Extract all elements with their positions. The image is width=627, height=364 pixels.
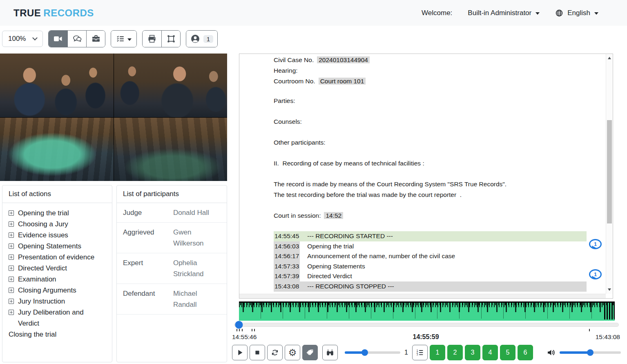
expand-plus-icon[interactable] <box>9 210 14 216</box>
comment-count-bubble[interactable]: 1 <box>589 239 602 249</box>
camera-feed-1 <box>0 54 114 117</box>
log-text: Opening Statements <box>307 263 365 270</box>
expand-plus-icon[interactable] <box>9 255 14 260</box>
volume-slider-fill <box>560 351 590 354</box>
action-item[interactable]: Evidence issues <box>9 230 106 241</box>
expand-plus-icon[interactable] <box>9 288 14 293</box>
scrollbar-thumb[interactable] <box>607 120 612 223</box>
scroll-down-arrow-icon[interactable] <box>608 288 611 291</box>
participants-count-button[interactable]: 1 <box>186 31 217 47</box>
case-field: Hearing: <box>274 65 600 76</box>
log-text: Opening the trial <box>307 243 354 250</box>
volume-slider-thumb[interactable] <box>587 349 594 356</box>
zoom-select[interactable]: 100% <box>2 31 43 47</box>
field-label: Courtroom No. <box>274 78 315 85</box>
participant-row: Aggrieved Gwen Wilkerson <box>117 223 227 253</box>
expand-plus-icon[interactable] <box>9 243 14 249</box>
speed-slider[interactable] <box>345 351 400 354</box>
bookmark-tick <box>589 329 590 331</box>
checklist-dropdown-button[interactable] <box>111 31 136 47</box>
frame-capture-button[interactable] <box>161 31 180 47</box>
scroll-up-arrow-icon[interactable] <box>608 57 611 59</box>
section-button-4[interactable]: 4 <box>482 345 498 360</box>
action-item[interactable]: Closing Arguments <box>9 285 106 296</box>
participant-role: Judge <box>123 207 173 218</box>
action-item-label: Jury Instruction <box>18 296 65 307</box>
log-time: 14:56:03 <box>274 241 300 252</box>
log-row[interactable]: 14:56:17Announcement of the name, number… <box>274 251 587 261</box>
action-item[interactable]: Jury Deliberation and Verdict <box>9 307 106 329</box>
expand-plus-icon[interactable] <box>9 299 14 304</box>
action-item-label: Presentation of evidence <box>18 252 94 263</box>
action-item[interactable]: Directed Verdict <box>9 263 106 274</box>
expand-plus-icon[interactable] <box>9 277 14 282</box>
vertical-scrollbar[interactable] <box>606 54 613 294</box>
section-button-1[interactable]: 1 <box>430 345 445 360</box>
action-item[interactable]: Presentation of evidence <box>9 252 106 263</box>
section-button-3[interactable]: 3 <box>465 345 480 360</box>
binoculars-icon <box>326 348 335 357</box>
section-button-5[interactable]: 5 <box>500 345 515 360</box>
action-item[interactable]: Closing the trial <box>9 329 106 340</box>
log-row[interactable]: 14:57:33Opening Statements <box>274 261 587 272</box>
log-row[interactable]: 14:55:45--- RECORDING STARTED --- <box>274 231 587 241</box>
chat-view-button[interactable] <box>67 31 86 47</box>
video-view-button[interactable] <box>49 31 67 47</box>
log-time: 14:55:45 <box>274 231 300 241</box>
field-value: Court room 101 <box>319 78 366 85</box>
log-text: --- RECORDING STOPPED --- <box>307 283 394 290</box>
current-time: 14:55:59 <box>413 333 439 341</box>
volume-slider[interactable] <box>560 351 621 354</box>
transcript-panel[interactable]: Civil Case No.20240103144904 Hearing: Co… <box>239 54 613 299</box>
globe-icon <box>555 9 563 17</box>
action-item[interactable]: Jury Instruction <box>9 296 106 307</box>
toolbox-button[interactable] <box>86 31 105 47</box>
section-button-6[interactable]: 6 <box>518 345 533 360</box>
log-text: Announcement of the name, number of the … <box>307 252 455 259</box>
action-item[interactable]: Opening Statements <box>9 241 106 252</box>
expand-plus-icon[interactable] <box>9 232 14 238</box>
expand-plus-icon[interactable] <box>9 266 14 271</box>
settings-button[interactable]: ⚙ <box>285 345 300 360</box>
app-page: TRUERECORDS Welcome: Built-in Administra… <box>0 0 627 364</box>
output-group <box>142 30 181 47</box>
action-item[interactable]: Choosing a Jury <box>9 219 106 230</box>
log-row[interactable]: 14:56:03Opening the trial <box>274 241 587 252</box>
section-button-2[interactable]: 2 <box>447 345 463 360</box>
log-row[interactable]: 14:57:39Directed Verdict <box>274 271 587 281</box>
brand-secondary: RECORDS <box>43 7 94 18</box>
user-menu[interactable]: Built-in Administrator <box>468 9 540 17</box>
transcript-content: Civil Case No.20240103144904 Hearing: Co… <box>274 55 600 292</box>
expand-plus-icon[interactable] <box>9 310 14 315</box>
recording-line: The test recording before the trial was … <box>274 190 600 200</box>
print-button[interactable] <box>143 31 161 47</box>
audio-waveform[interactable] <box>239 301 615 321</box>
stop-button[interactable] <box>250 345 265 360</box>
case-field: Courtroom No.Court room 101 <box>274 76 600 87</box>
search-audio-button[interactable] <box>322 345 338 360</box>
expand-plus-icon[interactable] <box>9 221 14 227</box>
play-button[interactable] <box>232 345 248 360</box>
action-item[interactable]: Examination <box>9 274 106 285</box>
seek-slider-thumb[interactable] <box>235 321 243 329</box>
time-row: 14:55:46 14:55:59 15:43:08 <box>231 333 621 342</box>
speaker-icon[interactable] <box>547 348 556 357</box>
language-menu[interactable]: English <box>555 9 598 17</box>
tags-button[interactable] <box>302 345 318 360</box>
log-row[interactable]: 15:43:08--- RECORDING STOPPED --- <box>274 281 587 292</box>
comment-count-bubble[interactable]: 1 <box>589 269 602 279</box>
action-item[interactable]: Opening the trial <box>9 208 106 219</box>
chevron-down-icon <box>32 35 38 40</box>
horizontal-scrollbar[interactable] <box>239 294 606 298</box>
checklist-group <box>111 30 137 47</box>
tag-icon <box>306 348 315 357</box>
participant-role: Defendant <box>123 288 173 310</box>
player-controls: ⚙ <box>232 345 621 360</box>
sections-list-button[interactable]: 1 2 3 <box>412 345 428 360</box>
repeat-icon <box>270 348 279 357</box>
speed-slider-thumb[interactable] <box>361 349 368 356</box>
seek-slider[interactable] <box>234 323 619 327</box>
repeat-button[interactable] <box>267 345 283 360</box>
top-header: TRUERECORDS Welcome: Built-in Administra… <box>0 0 627 26</box>
action-item-label: Jury Deliberation and Verdict <box>18 307 106 329</box>
